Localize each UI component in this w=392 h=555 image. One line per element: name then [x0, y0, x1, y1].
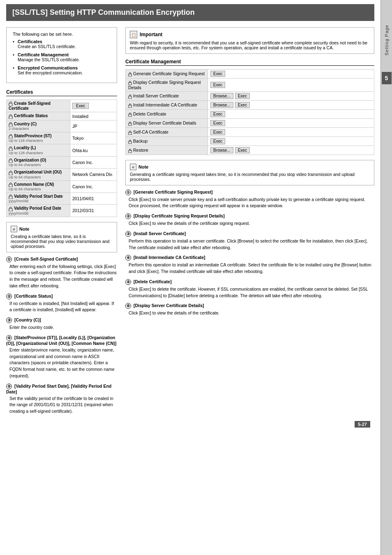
cert-field-label-1: Certificate Status — [9, 113, 68, 118]
cert-label-8: Validity Period Start Dateyyyy/mm/dd — [7, 192, 70, 204]
cert-numbered-2: ③ [Country (C)]Enter the country code. — [6, 317, 117, 331]
cm-numbered-5: ⑥ [Display Server Certificate Details]Cl… — [125, 303, 374, 317]
note-icon: ≡ — [11, 226, 17, 232]
page-number: 5-27 — [355, 421, 370, 428]
svg-rect-8 — [9, 196, 12, 199]
cm-btns-0: Exec — [208, 69, 374, 79]
cert-field-sub-3: Up to 128 characters — [9, 139, 68, 143]
note-label: Note — [19, 227, 29, 231]
cert-numbered-body-1: If no certificate is installed, [Not Ins… — [6, 301, 117, 314]
cm-numbered-4: ⑤ [Delete Certificate]Click [Exec] to de… — [125, 279, 374, 299]
intro-item-cert-mgmt: Certificate Management Manage the SSL/TL… — [13, 52, 111, 62]
cert-field-sub-9: yyyy/mm/dd — [9, 211, 68, 215]
cert-numbered-body-3: Enter state/province name, locality, org… — [6, 347, 117, 379]
cm-label-7: Backup — [126, 136, 208, 146]
svg-rect-7 — [9, 184, 12, 187]
cert-value-4: Ohta-ku — [70, 144, 117, 156]
cert-field-label-6: Organizational Unit (OU) — [9, 170, 68, 175]
certificates-note-box: ≡ Note Creating a certificate takes time… — [6, 222, 117, 252]
important-box: 📋 Important With regard to security, it … — [125, 27, 374, 54]
cert-field-label-3: State/Province (ST) — [9, 134, 68, 139]
intro-encrypted-title: Encrypted Communications — [18, 65, 78, 70]
right-tab: Setting Page 5 — [380, 0, 392, 555]
exec-button-0[interactable]: Exec — [72, 103, 89, 109]
svg-rect-13 — [129, 105, 131, 107]
cm-numbered-2: ③ [Install Server Certificate]Perform th… — [125, 231, 374, 251]
cert-value-8: 2011/04/01 — [70, 192, 117, 204]
browse-button-3[interactable]: Browse... — [210, 102, 233, 108]
cm-btns-6: Exec — [208, 127, 374, 136]
cert-field-sub-6: Up to 64 characters — [9, 175, 68, 179]
svg-rect-18 — [129, 150, 131, 153]
cert-numbered-title-4: ⑤ [Validity Period Start Date], [Validit… — [6, 384, 117, 394]
cm-numbered-3: ④ [Install Intermediate CA Certificate]P… — [125, 255, 374, 275]
cm-numbered-1: ② [Display Certificate Signing Request D… — [125, 213, 374, 227]
cert-numbered-title-2: ③ [Country (C)] — [6, 317, 117, 323]
cm-row-4: Delete CertificateExec — [126, 109, 374, 118]
cert-value-6: Network Camera Div. — [70, 169, 117, 180]
certificates-table: Create Self-Signed CertificateExecCertif… — [6, 99, 117, 217]
cm-exec-button-8[interactable]: Exec — [235, 147, 250, 153]
page-title: [SSL/TLS] Setting HTTP Communication Enc… — [6, 4, 374, 21]
svg-rect-1 — [9, 116, 12, 119]
cert-numbered-title-1: ② [Certificate Status] — [6, 294, 117, 299]
svg-rect-5 — [9, 160, 12, 163]
cm-note-text: Generating a certificate signing request… — [130, 172, 370, 182]
cert-numbered-3: ④ [State/Province (ST)], [Locality (L)],… — [6, 335, 117, 379]
cm-row-8: RestoreBrowse...Exec — [126, 146, 374, 155]
svg-rect-4 — [9, 148, 12, 151]
svg-rect-0 — [9, 103, 12, 106]
cm-btns-1: Exec — [208, 79, 374, 92]
cert-value-1: Installed — [70, 112, 117, 120]
cm-exec-button-4[interactable]: Exec — [210, 111, 225, 117]
cm-numbered-title-1: ② [Display Certificate Signing Request D… — [125, 213, 374, 219]
svg-rect-2 — [9, 124, 12, 127]
cm-btns-2: Browse...Exec — [208, 91, 374, 100]
svg-rect-11 — [129, 82, 131, 85]
cm-exec-button-5[interactable]: Exec — [210, 120, 225, 126]
cm-label-4: Delete Certificate — [126, 109, 208, 118]
cert-field-label-7: Common Name (CN) — [9, 182, 68, 187]
cm-numbered-title-4: ⑤ [Delete Certificate] — [125, 279, 374, 285]
svg-rect-6 — [9, 172, 12, 175]
svg-rect-10 — [129, 74, 131, 76]
cm-exec-button-7[interactable]: Exec — [210, 138, 225, 144]
cm-exec-button-0[interactable]: Exec — [210, 71, 225, 77]
cm-numbered-title-2: ③ [Install Server Certificate] — [125, 231, 374, 237]
page-footer: 5-27 — [6, 419, 374, 430]
cm-exec-button-6[interactable]: Exec — [210, 129, 225, 135]
cert-label-1: Certificate Status — [7, 112, 70, 120]
cert-value-7: Canon Inc. — [70, 180, 117, 192]
cm-numbered-title-5: ⑥ [Display Server Certificate Details] — [125, 303, 374, 309]
cm-exec-button-3[interactable]: Exec — [235, 102, 250, 108]
cert-label-3: State/Province (ST)Up to 128 characters — [7, 132, 70, 144]
browse-button-8[interactable]: Browse... — [210, 147, 233, 153]
cert-label-2: Country (C)2 characters — [7, 120, 70, 132]
cert-value-9: 2012/03/31 — [70, 205, 117, 217]
cm-row-6: Self-CA CertificateExec — [126, 127, 374, 136]
cm-exec-button-2[interactable]: Exec — [235, 93, 250, 99]
cm-numbered-title-0: ① [Generate Certificate Signing Request] — [125, 190, 374, 195]
cert-field-sub-8: yyyy/mm/dd — [9, 199, 68, 203]
cert-numbered-body-2: Enter the country code. — [6, 324, 117, 331]
side-label: Setting Page — [384, 25, 389, 56]
cert-label-6: Organizational Unit (OU)Up to 64 charact… — [7, 169, 70, 180]
cert-row-1: Certificate StatusInstalled — [7, 112, 117, 120]
cert-numbered-body-0: After entering each of the following set… — [6, 264, 117, 289]
cm-label-6: Self-CA Certificate — [126, 127, 208, 136]
browse-button-2[interactable]: Browse... — [210, 93, 233, 99]
svg-rect-3 — [9, 136, 12, 139]
intro-certificates-desc: Create an SSL/TLS certificate. — [18, 44, 111, 49]
cm-btns-7: Exec — [208, 136, 374, 146]
cm-exec-button-1[interactable]: Exec — [210, 82, 225, 88]
cert-label-7: Common Name (CN)Up to 64 characters — [7, 180, 70, 192]
cm-numbered-body-0: Click [Exec] to create server private ke… — [125, 197, 374, 210]
intro-certmgmt-title: Certificate Management — [18, 52, 69, 57]
cert-value-3: Tokyo — [70, 132, 117, 144]
intro-item-encrypted: Encrypted Communications Set the encrypt… — [13, 65, 111, 75]
intro-encrypted-desc: Set the encrypted communication. — [18, 70, 111, 75]
cm-row-2: Install Server CertificateBrowse...Exec — [126, 91, 374, 100]
cm-row-7: BackupExec — [126, 136, 374, 146]
cert-numbered-items: ① [Create Self-Signed Certificate]After … — [6, 257, 117, 415]
cert-value-5: Canon Inc. — [70, 156, 117, 168]
